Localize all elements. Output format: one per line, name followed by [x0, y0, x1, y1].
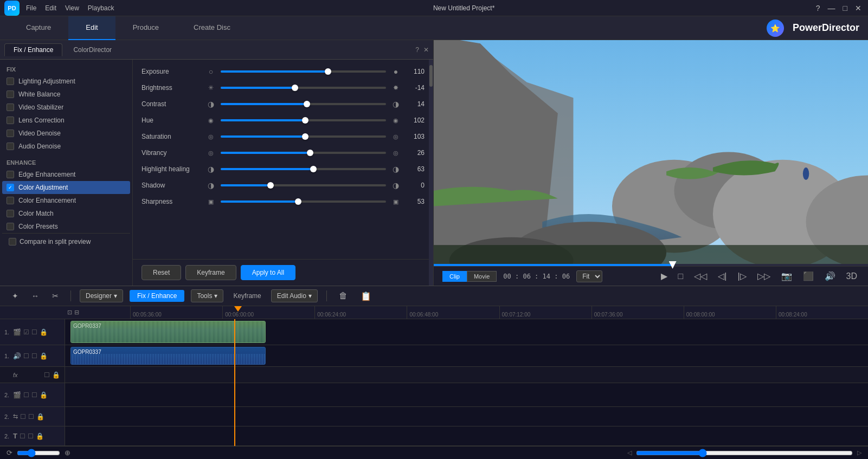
next-frame-button[interactable]: ▷▷	[755, 270, 773, 282]
track-mute-2v[interactable]: 🔒	[40, 391, 48, 399]
fix-checkbox-white-balance[interactable]	[7, 90, 14, 98]
slider-track-brightness[interactable]	[221, 87, 386, 89]
panel-scrollbar-thumb[interactable]	[429, 65, 433, 87]
fix-item-edge-enhance[interactable]: Edge Enhancement	[2, 168, 130, 181]
menu-file[interactable]: File	[26, 4, 36, 12]
clip-attr-btn[interactable]: 📋	[357, 290, 375, 302]
fix-item-video-denoise[interactable]: Video Denoise	[2, 127, 130, 140]
fix-checkbox-color-adjustment[interactable]: ✓	[7, 184, 14, 191]
apply-all-button[interactable]: Apply to All	[241, 265, 295, 280]
fix-checkbox-video-denoise[interactable]	[7, 130, 14, 137]
fix-item-lens-correction[interactable]: Lens Correction	[2, 114, 130, 127]
fix-item-white-balance[interactable]: White Balance	[2, 88, 130, 101]
track-mute-2t[interactable]: 🔒	[36, 432, 44, 440]
menu-playback[interactable]: Playback	[88, 4, 114, 12]
step-fwd-button[interactable]: |▷	[735, 270, 748, 282]
tab-create-disc[interactable]: Create Disc	[176, 16, 248, 40]
delete-btn[interactable]: 🗑	[336, 290, 351, 302]
slider-track-sharpness[interactable]	[221, 201, 386, 203]
trim-tool-btn[interactable]: ↔	[28, 289, 42, 302]
slider-track-highlight[interactable]	[221, 168, 386, 170]
track-vis-2a[interactable]: ☐	[28, 413, 34, 421]
edit-audio-btn[interactable]: Edit Audio ▾	[271, 289, 318, 302]
fix-item-video-stabilizer[interactable]: Video Stabilizer	[2, 101, 130, 114]
status-undo-icon[interactable]: ⟳	[7, 449, 12, 457]
fix-checkbox-lighting[interactable]	[7, 77, 14, 85]
fix-item-color-match[interactable]: Color Match	[2, 207, 130, 220]
audio-clip-1[interactable]: GOPR0337	[70, 347, 266, 365]
fix-enhance-btn[interactable]: Fix / Enhance	[130, 290, 184, 302]
fix-item-lighting[interactable]: Lighting Adjustment	[2, 75, 130, 88]
magic-tool-btn[interactable]: ✦	[9, 289, 22, 302]
menu-edit[interactable]: Edit	[45, 4, 56, 12]
movie-button[interactable]: Movie	[467, 271, 497, 282]
slider-track-shadow[interactable]	[221, 184, 386, 186]
fix-item-color-enhancement[interactable]: Color Enhancement	[2, 194, 130, 207]
fix-checkbox-audio-denoise[interactable]	[7, 143, 14, 150]
step-back-button[interactable]: ◁|	[716, 270, 729, 282]
status-scroll-slider[interactable]	[636, 449, 853, 457]
close-btn[interactable]: ✕	[853, 4, 864, 12]
menu-view[interactable]: View	[65, 4, 79, 12]
3d-button[interactable]: 3D	[844, 270, 859, 282]
timeline-fit-icon[interactable]: ⊡	[67, 309, 72, 316]
tab-capture[interactable]: Capture	[9, 16, 68, 40]
track-lock-2v[interactable]: ☐	[23, 391, 29, 399]
slider-track-vibrancy[interactable]	[221, 152, 386, 154]
cut-tool-btn[interactable]: ✂	[49, 289, 62, 302]
track-mute-1a[interactable]: 🔒	[40, 352, 48, 360]
track-mute-2a[interactable]: 🔒	[36, 413, 44, 421]
slider-track-exposure[interactable]	[221, 70, 386, 73]
zoom-slider[interactable]	[17, 449, 60, 457]
panel-help-icon[interactable]: ?	[415, 46, 419, 54]
clip-button[interactable]: Clip	[442, 271, 467, 282]
snapshot-button[interactable]: 📷	[779, 270, 794, 282]
prev-frame-button[interactable]: ◁◁	[692, 270, 709, 282]
compare-checkbox[interactable]	[9, 238, 16, 245]
tab-produce[interactable]: Produce	[115, 16, 176, 40]
track-vis-2v[interactable]: ☐	[31, 391, 37, 399]
help-btn[interactable]: ?	[814, 4, 822, 12]
tools-dropdown[interactable]: Tools ▾	[191, 289, 223, 302]
designer-dropdown[interactable]: Designer ▾	[80, 289, 123, 302]
keyframe-toolbar-btn[interactable]: Keyframe	[230, 292, 264, 300]
status-prev-icon[interactable]: ◁	[627, 449, 632, 456]
track-lock-1v[interactable]: ☑	[23, 328, 29, 336]
track-lock-fx[interactable]: ☐	[44, 371, 50, 379]
tab-fix-enhance[interactable]: Fix / Enhance	[4, 43, 62, 56]
track-vis-1a[interactable]: ☐	[31, 352, 37, 360]
track-mute-fx[interactable]: 🔒	[52, 371, 60, 379]
panel-close-icon[interactable]: ✕	[423, 46, 429, 54]
tab-color-director[interactable]: ColorDirector	[65, 44, 120, 56]
tab-edit[interactable]: Edit	[68, 16, 115, 40]
status-next-icon[interactable]: ▷	[857, 449, 861, 456]
slider-track-hue[interactable]	[221, 119, 386, 121]
keyframe-button[interactable]: Keyframe	[185, 265, 236, 280]
timeline-progress[interactable]	[434, 264, 868, 266]
fix-checkbox-edge-enhance[interactable]	[7, 171, 14, 178]
reset-button[interactable]: Reset	[142, 265, 181, 280]
track-lock-1a[interactable]: ☐	[23, 352, 29, 360]
fix-item-audio-denoise[interactable]: Audio Denoise	[2, 140, 130, 153]
track-mute-1v[interactable]: 🔒	[40, 328, 48, 336]
play-button[interactable]: ▶	[659, 270, 670, 282]
minimize-btn[interactable]: —	[826, 4, 838, 12]
fix-checkbox-video-stabilizer[interactable]	[7, 104, 14, 111]
track-lock-2a[interactable]: ☐	[20, 413, 26, 421]
stop-button[interactable]: □	[676, 270, 686, 282]
fit-dropdown[interactable]: Fit	[576, 270, 602, 282]
timeline-collapse-icon[interactable]: ⊟	[74, 309, 79, 316]
fix-checkbox-color-match[interactable]	[7, 210, 14, 217]
track-vis-2t[interactable]: ☐	[28, 432, 34, 440]
track-vis-1v[interactable]: ☐	[31, 328, 37, 336]
slider-track-contrast[interactable]	[221, 103, 386, 105]
fix-checkbox-lens-correction[interactable]	[7, 117, 14, 124]
fix-checkbox-color-enhancement[interactable]	[7, 197, 14, 204]
video-clip-1[interactable]: GOPR0337	[70, 321, 266, 343]
status-zoom-in-icon[interactable]: ⊕	[65, 449, 70, 457]
track-lock-2t[interactable]: ☐	[20, 432, 25, 440]
slider-track-saturation[interactable]	[221, 135, 386, 138]
audio-button[interactable]: 🔊	[822, 270, 838, 282]
fix-item-color-adjustment[interactable]: ✓ Color Adjustment	[2, 181, 130, 194]
panel-scrollbar[interactable]	[429, 60, 433, 286]
